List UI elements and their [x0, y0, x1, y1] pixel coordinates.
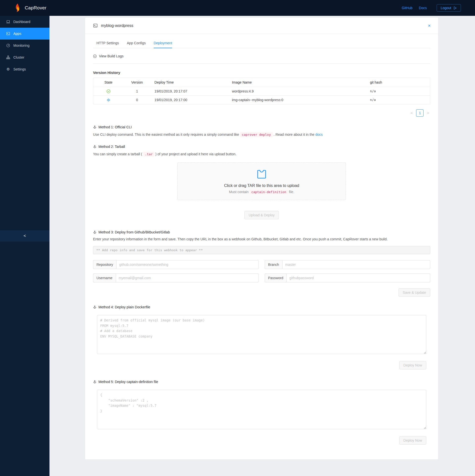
branch-label: Branch: [265, 260, 282, 269]
repository-label: Repository: [93, 260, 116, 269]
captain-definition-textarea[interactable]: [97, 390, 426, 429]
check-circle-icon: [106, 89, 111, 93]
branch-field-group: Branch: [265, 260, 430, 269]
username-label: Username: [93, 273, 116, 282]
main-content: myblog-wordpress ✕ HTTP Settings App Con…: [49, 16, 475, 476]
pagination-next-icon[interactable]: >: [426, 111, 430, 115]
tar-upload-dropzone[interactable]: Click or drag TAR file to this area to u…: [177, 162, 346, 200]
pagination-page-1[interactable]: 1: [416, 109, 424, 117]
sidebar-item-monitoring[interactable]: Monitoring: [0, 40, 49, 51]
sidebar-collapse-trigger[interactable]: <: [0, 230, 49, 242]
version-history-title: Version History: [93, 70, 430, 75]
table-row: 0 19/01/2019, 20:17:00 img-captain--mybl…: [93, 96, 430, 104]
anchor-icon: [93, 125, 96, 129]
method2-description: You can simply create a tarball (.tar) o…: [93, 152, 430, 157]
close-icon[interactable]: ✕: [428, 24, 431, 27]
caprover-logo-icon: [14, 3, 21, 13]
app-card: myblog-wordpress ✕ HTTP Settings App Con…: [85, 17, 438, 460]
col-git-hash: git hash: [366, 78, 430, 87]
deploy-now-button-captain-definition[interactable]: Deploy Now: [399, 436, 426, 445]
rollback-icon[interactable]: [106, 98, 111, 102]
inline-code: .tar: [143, 152, 154, 157]
col-version: Version: [123, 78, 150, 87]
laptop-icon: [6, 20, 10, 24]
tab-http-settings[interactable]: HTTP Settings: [96, 38, 119, 48]
username-field[interactable]: [116, 273, 259, 282]
view-build-logs-link[interactable]: View Build Logs: [93, 54, 123, 58]
method5-heading: Method 5: Deploy captain-definition file: [93, 380, 430, 384]
password-field[interactable]: [286, 273, 430, 282]
sidebar-item-cluster[interactable]: Cluster: [0, 51, 49, 63]
pagination-prev-icon[interactable]: <: [409, 111, 414, 115]
deploy-now-button-dockerfile[interactable]: Deploy Now: [399, 361, 426, 369]
github-link[interactable]: GitHub: [402, 6, 413, 10]
password-label: Password: [265, 273, 286, 282]
username-field-group: Username: [93, 273, 259, 282]
logout-button[interactable]: Logout: [437, 4, 461, 12]
col-deploy-time: Deploy Time: [150, 78, 228, 87]
inbox-icon: [256, 169, 268, 180]
upload-deploy-button[interactable]: Upload & Deploy: [244, 211, 279, 219]
anchor-icon: [93, 305, 96, 309]
sidebar-item-apps[interactable]: Apps: [0, 28, 49, 40]
version-history-table: State Version Deploy Time Image Name git…: [93, 78, 430, 104]
brand-name: CapRover: [25, 5, 47, 11]
sidebar-item-dashboard[interactable]: Dashboard: [0, 16, 49, 28]
method2-heading: Method 2: Tarball: [93, 145, 430, 149]
webhook-url-field[interactable]: [93, 246, 430, 254]
method3-description: Enter your repository information in the…: [93, 237, 430, 242]
method3-heading: Method 3: Deploy from Github/Bitbucket/G…: [93, 230, 430, 234]
inline-code: caprover deploy: [240, 132, 272, 137]
divider: [93, 63, 430, 64]
repo-form: Repository Branch Username Password: [93, 260, 430, 282]
branch-field[interactable]: [282, 260, 430, 269]
tabs-bar: HTTP Settings App Configs Deployment: [93, 38, 430, 48]
top-navbar: CapRover GitHub Docs Logout: [0, 0, 475, 16]
cluster-icon: [6, 55, 10, 59]
password-field-group: Password: [265, 273, 430, 282]
app-card-header: myblog-wordpress ✕: [85, 18, 438, 34]
anchor-icon: [93, 145, 96, 148]
anchor-icon: [93, 380, 96, 384]
terminal-icon: [93, 23, 98, 28]
table-row: 1 19/01/2019, 20:17:07 wordpress:4.9 n/a: [93, 87, 430, 96]
col-state: State: [93, 78, 123, 87]
brand: CapRover: [14, 3, 47, 13]
logout-icon: [453, 6, 457, 10]
pagination: < 1 >: [93, 109, 430, 117]
save-update-button[interactable]: Save & Update: [399, 288, 430, 297]
sidebar-item-settings[interactable]: ⚙ Settings: [0, 63, 49, 75]
code-icon: [6, 32, 10, 36]
method1-description: Use CLI deploy command. This is the easi…: [93, 132, 430, 137]
gear-icon: ⚙: [6, 67, 10, 71]
tab-app-configs[interactable]: App Configs: [127, 38, 146, 48]
down-circle-icon: [93, 54, 97, 58]
method4-heading: Method 4: Deploy plain Dockerfile: [93, 305, 430, 309]
docs-inline-link[interactable]: docs: [315, 133, 323, 136]
gauge-icon: [6, 44, 10, 47]
anchor-icon: [93, 230, 96, 234]
repository-field[interactable]: [116, 260, 259, 269]
col-image-name: Image Name: [228, 78, 366, 87]
sidebar: Dashboard Apps Monitoring Cluster ⚙ Set: [0, 16, 49, 476]
inline-code: captain-definition: [250, 190, 288, 194]
tab-deployment[interactable]: Deployment: [154, 38, 172, 48]
dockerfile-textarea[interactable]: [97, 315, 426, 354]
dropzone-title: Click or drag TAR file to this area to u…: [224, 183, 299, 188]
docs-link[interactable]: Docs: [419, 6, 427, 10]
chevron-left-icon: <: [24, 233, 26, 238]
app-title: myblog-wordpress: [101, 23, 133, 28]
method1-heading: Method 1: Official CLI: [93, 125, 430, 129]
dropzone-hint: Must containcaptain-definitionfile.: [229, 190, 294, 194]
repository-field-group: Repository: [93, 260, 259, 269]
